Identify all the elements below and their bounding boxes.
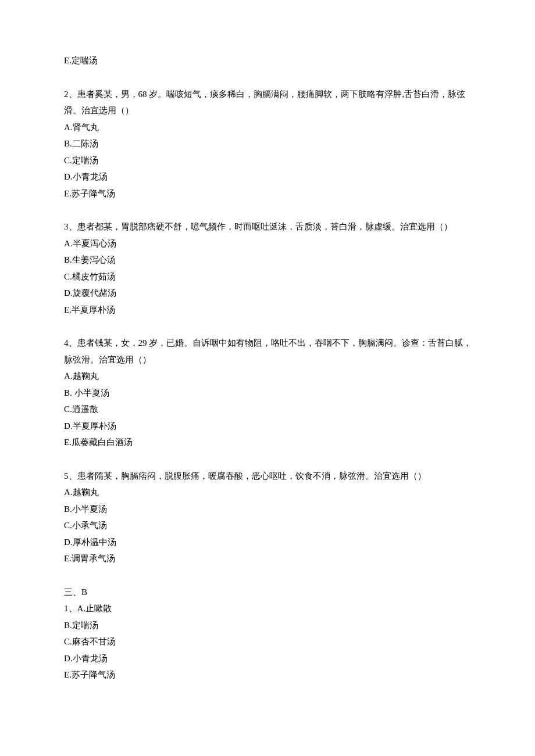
question-stem: 3、患者都某，胃脱部痞硬不舒，噫气频作，时而呕吐涎沫，舌质淡，苔白滑，脉虚缓。治… [64,218,477,235]
option-e: E.瓜蒌藏白白酒汤 [64,434,477,451]
option-c: C.橘皮竹茹汤 [64,268,477,285]
question-stem: 5、患者隋某，胸膈痞闷，脱腹胀痛，暖腐吞酸，恶心呕吐，饮食不消，脉弦滑。治宜选用… [64,468,477,485]
option-b: B.定喘汤 [64,617,477,634]
question-4: 4、患者钱某，女，29 岁，已婚。自诉咽中如有物阻，咯吐不出，吞咽不下，胸膈满闷… [64,335,477,451]
section-heading: 三、B [64,584,477,601]
option-a: A.半夏泻心汤 [64,235,477,252]
option-c: C.小承气汤 [64,517,477,534]
option-d: D.旋覆代赭汤 [64,285,477,302]
option-e: E.定喘汤 [64,52,477,69]
question-stem: 4、患者钱某，女，29 岁，已婚。自诉咽中如有物阻，咯吐不出，吞咽不下，胸膈满闷… [64,335,477,368]
option-b: B.二陈汤 [64,135,477,152]
option-b: B.小半夏汤 [64,501,477,518]
option-a: A.越鞠丸 [64,484,477,501]
option-d: D.小青龙汤 [64,650,477,667]
option-c: C.逍遥散 [64,401,477,418]
option-e: E.苏子降气汤 [64,667,477,683]
option-a: 1、A.止嗽散 [64,600,477,617]
option-b: B. 小半夏汤 [64,385,477,402]
option-d: D.半夏厚朴汤 [64,418,477,435]
option-a: A.越鞠丸 [64,368,477,385]
option-e: E.调胃承气汤 [64,550,477,567]
question-stem: 2、患者奚某，男，68 岁。喘咳短气，痰多稀白，胸膈满闷，腰痛脚软，两下肢略有浮… [64,86,477,119]
option-c: C.麻杏不甘汤 [64,633,477,650]
option-e: E.苏子降气汤 [64,185,477,202]
option-e: E.半夏厚朴汤 [64,302,477,318]
option-a: A.肾气丸 [64,119,477,136]
question-2: 2、患者奚某，男，68 岁。喘咳短气，痰多稀白，胸膈满闷，腰痛脚软，两下肢略有浮… [64,86,477,202]
option-b: B.生姜泻心汤 [64,252,477,268]
question-5: 5、患者隋某，胸膈痞闷，脱腹胀痛，暖腐吞酸，恶心呕吐，饮食不消，脉弦滑。治宜选用… [64,468,477,567]
section-3: 三、B 1、A.止嗽散 B.定喘汤 C.麻杏不甘汤 D.小青龙汤 E.苏子降气汤 [64,584,477,683]
option-d: D.小青龙汤 [64,169,477,185]
option-d: D.厚朴温中汤 [64,534,477,551]
question-3: 3、患者都某，胃脱部痞硬不舒，噫气频作，时而呕吐涎沫，舌质淡，苔白滑，脉虚缓。治… [64,218,477,318]
option-c: C.定喘汤 [64,152,477,169]
top-fragment: E.定喘汤 [64,52,477,69]
